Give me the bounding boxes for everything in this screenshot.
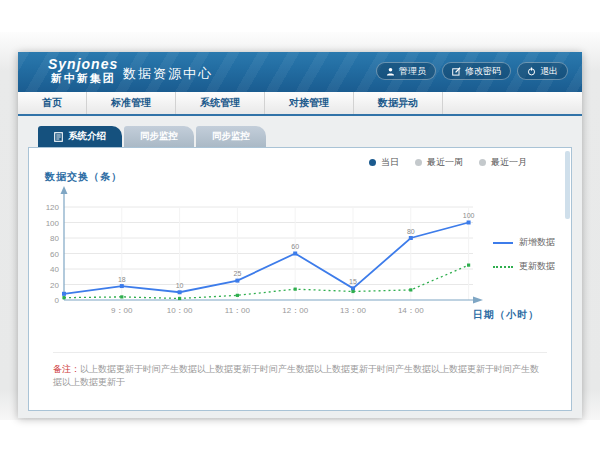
svg-text:13：00: 13：00 <box>340 306 366 315</box>
legend-label: 更新数据 <box>519 260 555 273</box>
user-icon <box>386 67 395 76</box>
tab-label: 系统介绍 <box>68 130 106 143</box>
header: Synjones 新中新集团 数据资源中心 管理员 修改密码 退出 <box>18 52 582 92</box>
legend-item-updated-data[interactable]: 更新数据 <box>493 260 555 273</box>
tab-label: 同步监控 <box>140 130 178 143</box>
document-icon <box>54 132 63 142</box>
logout-button[interactable]: 退出 <box>517 62 568 80</box>
tab-label: 同步监控 <box>212 130 250 143</box>
nav-item-home[interactable]: 首页 <box>18 92 87 114</box>
svg-text:0: 0 <box>55 296 60 305</box>
footer-note: 备注：以上数据更新于时间产生数据以上数据更新于时间产生数据以上数据更新于时间产生… <box>53 352 547 389</box>
content-area: 系统介绍 同步监控 同步监控 当日 最近一周 <box>18 116 582 411</box>
radio-today[interactable]: 当日 <box>369 156 399 169</box>
svg-text:12：00: 12：00 <box>282 306 308 315</box>
radio-last-week[interactable]: 最近一周 <box>415 156 463 169</box>
nav-item-data-change[interactable]: 数据异动 <box>354 92 443 114</box>
y-axis-title: 数据交换（条） <box>45 170 122 184</box>
svg-text:20: 20 <box>50 281 59 290</box>
svg-text:25: 25 <box>234 270 242 277</box>
line-chart-svg: 0204060801001209：0010：0011：0012：0013：001… <box>35 184 525 334</box>
svg-text:60: 60 <box>50 250 59 259</box>
header-buttons: 管理员 修改密码 退出 <box>376 62 568 80</box>
svg-text:10：00: 10：00 <box>167 306 193 315</box>
nav-item-standard-mgmt[interactable]: 标准管理 <box>87 92 176 114</box>
radio-last-month[interactable]: 最近一月 <box>479 156 527 169</box>
dotted-line-icon <box>493 266 513 268</box>
nav-item-interface-mgmt[interactable]: 对接管理 <box>265 92 354 114</box>
solid-line-icon <box>493 242 513 244</box>
svg-text:11：00: 11：00 <box>225 306 251 315</box>
svg-text:9：00: 9：00 <box>111 306 133 315</box>
radio-label: 最近一周 <box>427 156 463 169</box>
radio-label: 最近一月 <box>491 156 527 169</box>
radio-label: 当日 <box>381 156 399 169</box>
svg-text:15: 15 <box>349 278 357 285</box>
logo: Synjones 新中新集团 <box>48 56 118 85</box>
note-prefix: 备注： <box>53 364 80 374</box>
logout-label: 退出 <box>540 65 558 78</box>
tab-bar: 系统介绍 同步监控 同步监控 <box>28 126 572 147</box>
legend-item-new-data[interactable]: 新增数据 <box>493 236 555 249</box>
svg-text:100: 100 <box>463 212 475 219</box>
change-password-button[interactable]: 修改密码 <box>442 62 511 80</box>
panel-scrollbar-thumb[interactable] <box>565 151 570 219</box>
main-nav: 首页 标准管理 系统管理 对接管理 数据异动 <box>18 92 582 116</box>
svg-text:80: 80 <box>407 228 415 235</box>
nav-item-system-mgmt[interactable]: 系统管理 <box>176 92 265 114</box>
tab-sync-monitor-2[interactable]: 同步监控 <box>196 126 266 147</box>
svg-text:18: 18 <box>118 276 126 283</box>
change-password-label: 修改密码 <box>465 65 501 78</box>
chart-panel: 当日 最近一周 最近一月 数据交换（条） 日期（小时） 020406080100… <box>28 147 572 411</box>
radio-dot-icon <box>369 159 376 166</box>
logo-company: 新中新集团 <box>48 72 118 85</box>
svg-text:40: 40 <box>50 265 59 274</box>
tab-sync-monitor-1[interactable]: 同步监控 <box>124 126 194 147</box>
radio-dot-icon <box>415 159 422 166</box>
legend-label: 新增数据 <box>519 236 555 249</box>
svg-text:10: 10 <box>176 282 184 289</box>
edit-icon <box>452 67 461 76</box>
chart-legend: 新增数据 更新数据 <box>493 236 555 273</box>
line-chart[interactable]: 0204060801001209：0010：0011：0012：0013：001… <box>35 184 525 334</box>
power-icon <box>527 67 536 76</box>
admin-user-label: 管理员 <box>399 65 426 78</box>
svg-text:60: 60 <box>291 243 299 250</box>
note-text: 以上数据更新于时间产生数据以上数据更新于时间产生数据以上数据更新于时间产生数据以… <box>53 364 539 387</box>
svg-text:80: 80 <box>50 234 59 243</box>
svg-text:100: 100 <box>46 219 60 228</box>
tab-system-intro[interactable]: 系统介绍 <box>38 126 122 147</box>
logo-brand: Synjones <box>48 56 118 72</box>
svg-text:14：00: 14：00 <box>398 306 424 315</box>
page-title: 数据资源中心 <box>123 65 213 83</box>
radio-dot-icon <box>479 159 486 166</box>
admin-user-button[interactable]: 管理员 <box>376 62 436 80</box>
app-window: Synjones 新中新集团 数据资源中心 管理员 修改密码 退出 <box>18 52 582 418</box>
svg-text:120: 120 <box>46 203 60 212</box>
range-filter: 当日 最近一周 最近一月 <box>369 156 527 169</box>
